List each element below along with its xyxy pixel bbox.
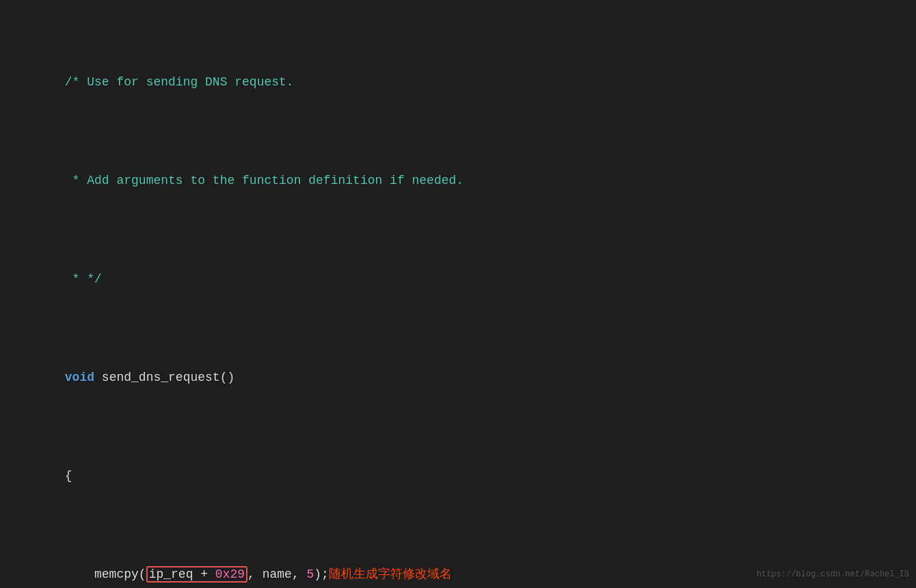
open-brace-1: { (21, 447, 895, 506)
memcpy-line-1: memcpy(ip_req + 0x29, name, 5);随机生成字符修改域… (21, 546, 895, 588)
comment-line-2: * Add arguments to the function definiti… (21, 152, 895, 211)
code-block-1: /* Use for sending DNS request. * Add ar… (21, 14, 895, 588)
comment-line-1: /* Use for sending DNS request. (21, 53, 895, 112)
code-editor: /* Use for sending DNS request. * Add ar… (21, 14, 895, 588)
void-declaration-1: void send_dns_request() (21, 349, 895, 407)
comment-line-3: * */ (21, 250, 895, 309)
watermark: https://blog.csdn.net/Rachel_IS (757, 568, 909, 581)
